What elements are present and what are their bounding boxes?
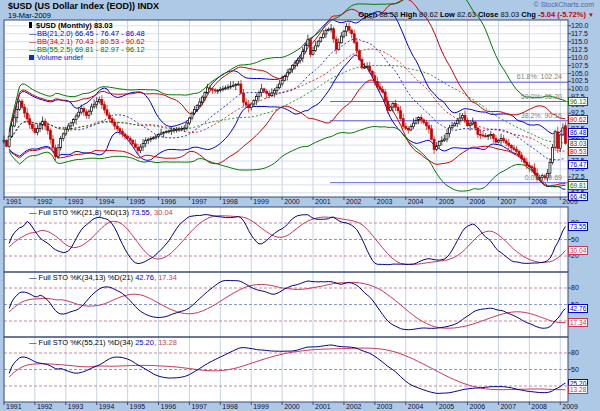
candle-body [420,118,422,120]
candle-body [302,52,304,58]
candle-body [474,122,476,128]
candle-body [266,91,268,93]
candle-body [248,105,250,108]
candle-body [402,119,404,127]
candle-body [328,29,330,30]
candle-body [235,84,237,85]
candle-body [407,128,409,130]
candle-body [394,104,396,108]
candle-body [549,162,551,173]
candle-body [469,124,471,126]
candle-body [446,133,448,139]
candle-body [382,89,384,91]
candle-body [194,109,196,113]
candle-body [34,128,36,132]
candle-body [317,41,319,46]
candle-body [127,136,129,138]
candle-body [70,123,72,126]
candle-body [168,131,170,132]
candle-body [340,36,342,43]
candle-body [109,115,111,119]
candle-body [413,123,415,126]
candle-body [456,121,458,124]
candle-body [16,109,18,117]
candle-body [114,122,116,126]
candle-body [353,34,355,43]
candle-body [206,88,208,93]
candle-body [356,42,358,51]
candle-body [307,40,309,46]
candle-body [178,129,180,130]
candle-body [173,130,175,131]
candle-body [425,123,427,126]
candle-body [564,126,566,144]
candle-body [219,89,221,90]
candle-body [212,89,214,90]
candle-body [217,90,219,91]
candle-body [201,97,203,102]
candle-body [250,104,252,107]
candle-body [544,176,546,178]
candle-body [281,80,283,84]
candle-body [80,109,82,113]
candle-body [111,119,113,123]
candle-body [443,139,445,140]
candle-body [405,126,407,128]
candle-body [258,93,260,97]
candle-body [142,144,144,147]
candle-body [423,120,425,123]
candle-body [312,51,314,55]
candle-body [273,90,275,93]
candle-body [304,45,306,51]
candle-body [415,120,417,123]
candle-body [315,46,317,51]
candle-body [96,102,98,105]
chart-canvas [0,0,600,411]
candle-body [98,99,100,101]
candle-body [271,93,273,96]
candle-body [361,60,363,68]
candle-body [286,73,288,77]
candle-body [438,142,440,146]
candle-body [165,132,167,133]
candle-body [183,128,185,129]
candle-body [44,121,46,126]
candle-body [204,92,206,97]
candle-body [160,133,162,135]
candle-body [454,124,456,126]
candle-body [103,105,105,110]
candle-body [222,89,224,90]
candle-body [209,88,211,89]
candle-body [387,101,389,110]
candle-body [464,115,466,120]
candle-body [145,140,147,143]
candle-body [400,111,402,119]
candle-body [559,135,561,148]
candle-body [243,93,245,102]
candle-body [11,126,13,136]
candle-body [291,65,293,69]
candle-body [119,129,121,132]
candle-body [497,140,499,142]
candle-body [510,146,512,148]
candle-body [482,135,484,136]
candle-body [392,104,394,108]
candle-body [132,140,134,143]
candle-body [276,88,278,91]
candle-body [279,84,281,88]
candle-body [325,30,327,34]
candle-body [521,155,523,159]
candle-body [369,67,371,72]
candle-body [320,38,322,42]
candle-body [513,148,515,150]
candle-body [67,126,69,129]
candle-body [495,138,497,142]
candle-body [60,139,62,148]
candle-body [121,131,123,134]
candle-body [57,148,59,157]
candle-body [431,129,433,139]
candle-body [451,126,453,128]
candle-body [106,110,108,115]
candle-body [289,69,291,73]
candle-body [21,101,23,107]
